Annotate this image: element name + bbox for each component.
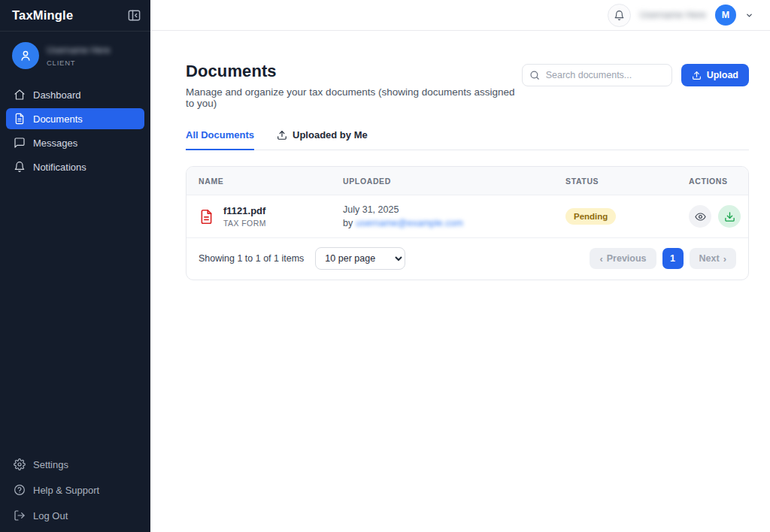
sidebar-item-label: Dashboard (33, 89, 81, 101)
search-input[interactable] (522, 64, 672, 86)
app-logo: TaxMingle (12, 8, 73, 23)
sidebar-item-label: Settings (33, 459, 68, 470)
sidebar: TaxMingle Username Here CLIENT Dashboard (0, 0, 150, 532)
table-footer: Showing 1 to 1 of 1 items 10 per page ‹ … (186, 237, 748, 280)
upload-icon (692, 71, 702, 80)
sidebar-item-notifications[interactable]: Notifications (6, 156, 144, 177)
sidebar-item-logout[interactable]: Log Out (6, 505, 144, 526)
topbar-user-name-redacted: Username Here (640, 10, 706, 20)
sidebar-user-profile: Username Here CLIENT (0, 32, 150, 77)
sidebar-nav: Dashboard Documents Messages Notificatio… (0, 77, 150, 185)
download-icon (724, 211, 735, 222)
download-document-button[interactable] (718, 205, 741, 228)
sidebar-item-label: Documents (33, 113, 83, 125)
status-badge: Pending (565, 208, 616, 225)
upload-icon (277, 130, 287, 141)
document-name-cell: f1121.pdf TAX FORM (199, 205, 343, 228)
uploaded-date: July 31, 2025 (343, 204, 565, 215)
page-subtitle: Manage and organize your tax documents (… (186, 86, 522, 109)
tab-uploaded-by-me[interactable]: Uploaded by Me (277, 129, 368, 150)
pdf-file-icon (199, 207, 214, 226)
tabs: All Documents Uploaded by Me (186, 129, 749, 150)
sidebar-header: TaxMingle (0, 0, 150, 32)
table-header-row: NAME UPLOADED STATUS ACTIONS (186, 167, 748, 195)
logout-icon (14, 509, 26, 521)
previous-page-button[interactable]: ‹ Previous (590, 248, 656, 269)
next-page-button[interactable]: Next › (690, 248, 736, 269)
user-role-label: CLIENT (47, 59, 111, 67)
sidebar-footer-nav: Settings Help & Support Log Out (0, 446, 150, 532)
sidebar-item-help[interactable]: Help & Support (6, 479, 144, 500)
bell-icon (614, 10, 625, 21)
document-type-label: TAX FORM (223, 219, 266, 228)
column-header-uploaded: UPLOADED (343, 177, 565, 186)
document-file-name: f1121.pdf (223, 205, 266, 216)
main-area: Username Here M Documents Manage and org… (150, 0, 770, 532)
tab-all-documents[interactable]: All Documents (186, 129, 254, 150)
tab-label: All Documents (186, 129, 254, 141)
uploaded-cell: July 31, 2025 by username@example.com (343, 204, 565, 228)
sidebar-item-label: Notifications (33, 162, 86, 173)
view-document-button[interactable] (689, 205, 711, 228)
next-label: Next (699, 253, 720, 264)
header-controls: Upload (522, 64, 749, 86)
documents-table-card: NAME UPLOADED STATUS ACTIONS f1121.pdf T… (186, 166, 749, 280)
search-wrapper (522, 64, 672, 86)
sidebar-item-label: Messages (33, 138, 77, 149)
page-title: Documents (186, 62, 522, 81)
app-window: TaxMingle Username Here CLIENT Dashboard (0, 0, 770, 532)
chevron-right-icon: › (723, 254, 726, 264)
topbar: Username Here M (150, 0, 770, 31)
sidebar-item-documents[interactable]: Documents (6, 108, 144, 129)
eye-icon (695, 211, 706, 222)
upload-button-label: Upload (707, 70, 738, 80)
items-summary: Showing 1 to 1 of 1 items (199, 253, 304, 264)
tab-label: Uploaded by Me (293, 129, 368, 141)
help-icon (14, 484, 26, 496)
column-header-actions: ACTIONS (689, 177, 736, 186)
sidebar-collapse-button[interactable] (127, 8, 141, 23)
uploaded-by-link-redacted[interactable]: username@example.com (356, 218, 463, 228)
column-header-name: NAME (199, 177, 343, 186)
chevron-down-icon[interactable] (745, 11, 753, 20)
sidebar-item-dashboard[interactable]: Dashboard (6, 84, 144, 105)
user-avatar-icon (12, 42, 39, 69)
per-page-select[interactable]: 10 per page (315, 247, 405, 270)
sidebar-item-messages[interactable]: Messages (6, 132, 144, 153)
sidebar-item-label: Help & Support (33, 485, 99, 496)
uploaded-by-prefix: by (343, 218, 353, 228)
status-cell: Pending (565, 208, 689, 225)
upload-button[interactable]: Upload (681, 64, 749, 86)
document-icon (14, 113, 26, 125)
content: Documents Manage and organize your tax d… (150, 31, 770, 280)
actions-cell (689, 205, 741, 228)
notifications-bell-button[interactable] (608, 4, 631, 27)
table-row: f1121.pdf TAX FORM July 31, 2025 by user… (186, 195, 748, 237)
topbar-avatar[interactable]: M (715, 5, 736, 26)
user-name-redacted: Username Here (47, 45, 111, 56)
chevron-left-icon: ‹ (599, 254, 602, 264)
bell-icon (14, 161, 26, 173)
page-header: Documents Manage and organize your tax d… (186, 62, 749, 109)
sidebar-item-label: Log Out (33, 510, 68, 521)
column-header-status: STATUS (565, 177, 689, 186)
pagination: ‹ Previous 1 Next › (590, 248, 736, 269)
previous-label: Previous (607, 253, 647, 264)
sidebar-item-settings[interactable]: Settings (6, 454, 144, 475)
home-icon (14, 89, 26, 101)
panel-collapse-icon (127, 8, 141, 23)
page-number-button[interactable]: 1 (662, 248, 684, 269)
chat-icon (14, 137, 26, 149)
gear-icon (14, 458, 26, 470)
